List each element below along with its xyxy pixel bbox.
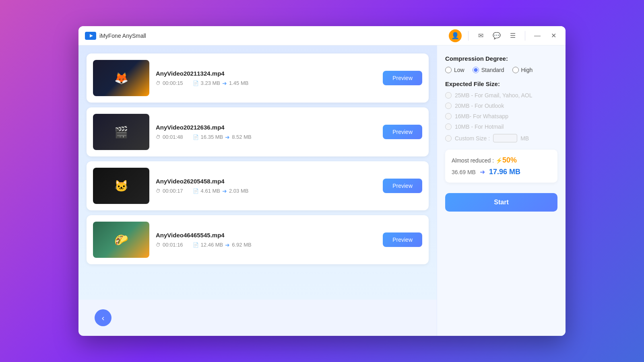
logo-icon [85, 32, 96, 40]
size-arrow-icon: ➜ [225, 242, 230, 248]
file-icon: 📄 [193, 188, 199, 194]
percent-display: 50% [502, 156, 517, 164]
clock-icon: ⏱ [156, 134, 161, 140]
lightning-icon: ⚡ [495, 157, 502, 164]
compression-low-label: Low [454, 67, 464, 73]
original-size: 36.69 MB [452, 169, 476, 175]
size-arrow-icon: ➜ [222, 188, 227, 194]
filesize-16mb-radio[interactable] [445, 113, 452, 119]
thumb-emoji: 🎬 [93, 114, 149, 150]
file-icon: 📄 [193, 80, 199, 86]
compression-standard[interactable]: Standard [473, 67, 504, 73]
video-info: AnyVideo46465545.mp4 ⏱ 00:01:16 📄 12.46 … [156, 232, 376, 248]
minimize-button[interactable]: — [532, 30, 543, 41]
filesize-10mb-label: 10MB - For Hotmail [455, 123, 504, 130]
filesize-custom-radio[interactable] [445, 135, 452, 142]
compression-low-radio[interactable] [445, 67, 452, 73]
video-thumbnail: 🎬 [93, 114, 149, 150]
preview-button[interactable]: Preview [383, 125, 422, 139]
video-thumbnail: 🌮 [93, 222, 149, 258]
clock-icon: ⏱ [156, 188, 161, 194]
filesize-custom[interactable]: Custom Size : MB [445, 134, 557, 142]
video-duration: ⏱ 00:01:48 [156, 134, 183, 140]
file-icon: 📄 [193, 242, 199, 248]
video-meta: ⏱ 00:00:17 📄 4.61 MB ➜ 2.03 MB [156, 188, 376, 194]
file-size-section: Expected File Size: 25MB - For Gmail, Ya… [445, 80, 557, 142]
titlebar-controls: 👤 ✉ 💬 ☰ — ✕ [449, 29, 559, 42]
app-logo-area: iMyFone AnySmall [85, 32, 449, 40]
mail-icon-button[interactable]: ✉ [475, 30, 486, 41]
video-card: 🦊 AnyVideo20211324.mp4 ⏱ 00:00:15 📄 3.23… [87, 53, 429, 103]
compression-section: Compression Degree: Low Standard High [445, 55, 557, 73]
video-name: AnyVideo20212636.mp4 [156, 124, 376, 131]
video-thumbnail: 🦊 [93, 60, 149, 96]
filesize-10mb[interactable]: 10MB - For Hotmail [445, 123, 557, 130]
filesize-25mb-radio[interactable] [445, 92, 452, 99]
left-panel: 🦊 AnyVideo20211324.mp4 ⏱ 00:00:15 📄 3.23… [78, 45, 437, 336]
compressed-size: 17.96 MB [489, 168, 520, 176]
bottom-bar: ‹ [78, 300, 437, 336]
video-name: AnyVideo20211324.mp4 [156, 70, 376, 77]
clock-icon: ⏱ [156, 242, 161, 248]
video-info: AnyVideo20211324.mp4 ⏱ 00:00:15 📄 3.23 M… [156, 70, 376, 86]
video-size: 📄 3.23 MB ➜ 1.45 MB [193, 80, 249, 86]
menu-icon-button[interactable]: ☰ [507, 30, 518, 41]
arrow-icon: ➜ [480, 168, 485, 176]
video-meta: ⏱ 00:01:48 📄 16.35 MB ➜ 8.52 MB [156, 134, 376, 140]
thumb-emoji: 🌮 [93, 222, 149, 258]
clock-icon: ⏱ [156, 80, 161, 86]
file-size-title: Expected File Size: [445, 80, 557, 87]
video-info: AnyVideo26205458.mp4 ⏱ 00:00:17 📄 4.61 M… [156, 178, 376, 194]
filesize-16mb[interactable]: 16MB- For Whatsapp [445, 113, 557, 119]
almost-reduced-label: Almost reduced : ⚡50% [452, 156, 551, 165]
back-button[interactable]: ‹ [95, 309, 111, 326]
compression-title: Compression Degree: [445, 55, 557, 62]
app-title: iMyFone AnySmall [99, 33, 146, 39]
reduction-section: Almost reduced : ⚡50% 36.69 MB ➜ 17.96 M… [445, 150, 557, 183]
sidebar: Compression Degree: Low Standard High [437, 45, 566, 336]
thumb-emoji: 🐱 [93, 168, 149, 204]
filesize-25mb-label: 25MB - For Gmail, Yahoo, AOL [455, 92, 532, 99]
video-size: 📄 12.46 MB ➜ 6.92 MB [193, 242, 252, 248]
start-button[interactable]: Start [445, 193, 557, 212]
divider2 [525, 31, 525, 41]
compression-high[interactable]: High [512, 67, 533, 73]
video-meta: ⏱ 00:01:16 📄 12.46 MB ➜ 6.92 MB [156, 242, 376, 248]
video-meta: ⏱ 00:00:15 📄 3.23 MB ➜ 1.45 MB [156, 80, 376, 86]
compression-low[interactable]: Low [445, 67, 464, 73]
avatar-button[interactable]: 👤 [449, 29, 462, 42]
mb-unit: MB [520, 135, 529, 142]
content-area: 🦊 AnyVideo20211324.mp4 ⏱ 00:00:15 📄 3.23… [78, 45, 566, 336]
filesize-custom-label: Custom Size : [455, 135, 490, 142]
custom-size-input[interactable] [493, 134, 517, 142]
video-duration: ⏱ 00:01:16 [156, 242, 183, 248]
compression-high-label: High [521, 67, 533, 73]
file-size-options: 25MB - For Gmail, Yahoo, AOL 20MB - For … [445, 92, 557, 142]
preview-button[interactable]: Preview [383, 71, 422, 85]
compression-high-radio[interactable] [512, 67, 519, 73]
video-size: 📄 16.35 MB ➜ 8.52 MB [193, 134, 252, 140]
file-icon: 📄 [193, 134, 199, 140]
filesize-16mb-label: 16MB- For Whatsapp [455, 113, 508, 119]
preview-button[interactable]: Preview [383, 179, 422, 193]
titlebar: iMyFone AnySmall 👤 ✉ 💬 ☰ — ✕ [78, 26, 566, 45]
video-duration: ⏱ 00:00:15 [156, 80, 183, 86]
filesize-20mb[interactable]: 20MB - For Outlook [445, 103, 557, 109]
chat-icon-button[interactable]: 💬 [491, 30, 502, 41]
video-list: 🦊 AnyVideo20211324.mp4 ⏱ 00:00:15 📄 3.23… [78, 45, 437, 300]
video-size: 📄 4.61 MB ➜ 2.03 MB [193, 188, 249, 194]
preview-button[interactable]: Preview [383, 232, 422, 247]
size-comparison: 36.69 MB ➜ 17.96 MB [452, 168, 551, 176]
filesize-10mb-radio[interactable] [445, 123, 452, 130]
filesize-20mb-radio[interactable] [445, 103, 452, 109]
size-arrow-icon: ➜ [222, 80, 227, 86]
thumb-emoji: 🦊 [93, 60, 149, 96]
filesize-25mb[interactable]: 25MB - For Gmail, Yahoo, AOL [445, 92, 557, 99]
close-button[interactable]: ✕ [548, 30, 559, 41]
video-card: 🎬 AnyVideo20212636.mp4 ⏱ 00:01:48 📄 16.3… [87, 107, 429, 156]
video-duration: ⏱ 00:00:17 [156, 188, 183, 194]
compression-options: Low Standard High [445, 67, 557, 73]
compression-standard-radio[interactable] [473, 67, 479, 73]
video-info: AnyVideo20212636.mp4 ⏱ 00:01:48 📄 16.35 … [156, 124, 376, 140]
video-card: 🌮 AnyVideo46465545.mp4 ⏱ 00:01:16 📄 12.4… [87, 215, 429, 264]
